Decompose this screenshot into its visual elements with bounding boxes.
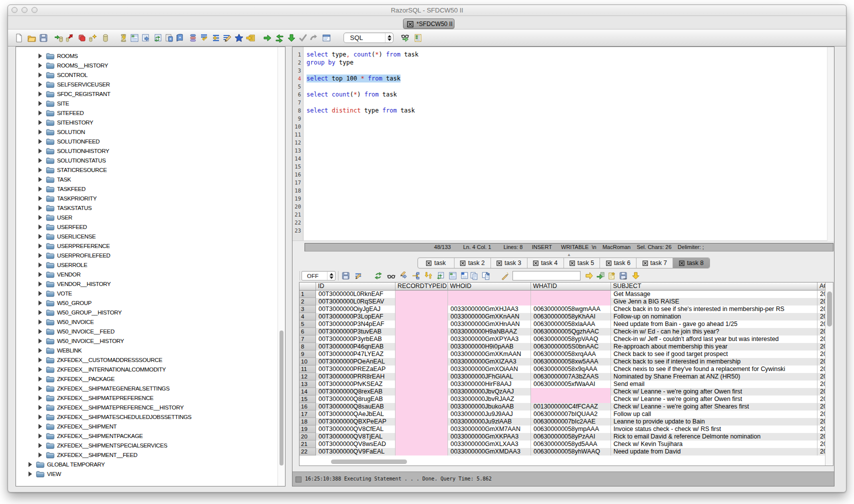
close-tab-icon[interactable] [642,260,648,266]
expand-triangle-icon[interactable] [38,206,42,210]
expand-triangle-icon[interactable] [38,329,42,334]
expand-triangle-icon[interactable] [38,443,42,448]
tree-item-userprofilefeed[interactable]: USERPROFILEFEED [38,250,110,260]
close-tab-icon[interactable] [533,260,538,266]
cell-recordtypeid[interactable] [396,380,448,388]
close-tab-icon[interactable] [679,260,684,266]
cell-ac[interactable]: 200 [818,396,826,403]
expand-triangle-icon[interactable] [38,82,42,87]
expand-triangle-icon[interactable] [38,148,42,154]
tree-item-taskpriority[interactable]: TASKPRIORITY [38,194,96,203]
cell-whatid[interactable]: 006300000058yPzAAI [531,433,611,440]
tree-item-vote[interactable]: VOTE [38,288,72,298]
expand-triangle-icon[interactable] [38,348,42,353]
tree-item-weblink[interactable]: WEBLINK [38,346,82,355]
cell-whatid[interactable]: 006300000058x9qAAA [531,366,611,373]
cell-subject[interactable]: Check w/ Leanne - we're going after Shea… [611,403,818,410]
expand-triangle-icon[interactable] [38,130,42,134]
tree-item-taskstatus[interactable]: TASKSTATUS [38,203,92,212]
column-header-rownum[interactable] [300,282,316,290]
expand-triangle-icon[interactable] [38,282,42,286]
row-number[interactable]: 18 [300,418,316,426]
cell-id[interactable]: 00T3000000P46qnEAB [316,343,396,350]
cell-recordtypeid[interactable] [396,320,448,328]
new-connection-icon[interactable] [88,34,97,42]
cell-whatid[interactable]: 00630000007bIQUAA2 [531,410,611,418]
grid-hscroll-thumb[interactable] [331,460,407,464]
row-number[interactable]: 1 [300,290,316,298]
tree-item-rooms[interactable]: ROOMS [38,51,78,60]
schema-list-icon[interactable] [414,34,422,42]
cell-subject[interactable]: Follow-up on nomination [611,313,818,320]
cell-whoid[interactable] [448,290,531,298]
cell-subject[interactable]: Check back to see if interested in membe… [611,358,818,366]
cell-ac[interactable]: 200 [818,320,826,328]
save-more-icon[interactable] [619,272,628,280]
result-tab-task-3[interactable]: task 3 [491,258,528,268]
cell-recordtypeid[interactable] [396,418,448,426]
cell-ac[interactable]: 200 [818,373,826,380]
row-number[interactable]: 16 [300,403,316,410]
insert-lines-icon[interactable] [212,34,220,42]
expand-triangle-icon[interactable] [38,177,42,182]
cell-id[interactable]: 00T3000000P3N4pEAF [316,320,396,328]
results-stack-icon[interactable] [188,34,198,42]
cell-id[interactable]: 00T3000000QV9FaEAL [316,448,396,456]
expand-triangle-icon[interactable] [38,396,42,400]
tree-item-taskfeed[interactable]: TASKFEED [38,184,86,194]
export-green-icon[interactable] [596,272,605,280]
switch-connection-icon[interactable] [275,34,284,42]
cell-recordtypeid[interactable] [396,448,448,456]
cell-whoid[interactable]: 0033000000H9i0pAAB [448,343,531,350]
edit-export-icon[interactable] [400,272,408,280]
row-number[interactable]: 6 [300,328,316,336]
splitter-expander-icon[interactable]: ▲ [567,254,572,256]
cell-subject[interactable]: Leanne to provide update to Bain [611,418,818,426]
paste-clipboard-icon[interactable] [164,34,174,42]
sort-arrows-icon[interactable] [424,272,432,280]
cell-ac[interactable]: 200 [818,403,826,410]
cell-id[interactable]: 00T3000000Q8rexEAB [316,388,396,396]
cell-subject[interactable]: Get Massage [611,290,818,298]
expand-triangle-icon[interactable] [38,310,42,315]
expand-triangle-icon[interactable] [38,139,42,144]
cell-whatid[interactable]: 00630000007A3bZAAS [531,373,611,380]
expand-triangle-icon[interactable] [38,186,42,192]
cell-whatid[interactable] [531,388,611,396]
column-header-recordtypeid[interactable]: RECORDTYPEID [396,282,448,290]
row-number[interactable]: 8 [300,343,316,350]
expand-triangle-icon[interactable] [28,462,32,467]
cell-ac[interactable]: 200 [818,380,826,388]
favorites-star-icon[interactable] [234,34,244,42]
expand-triangle-icon[interactable] [38,434,42,438]
documentation-book-icon[interactable] [176,34,184,42]
cell-whoid[interactable]: 0033000000GmXKmAAN [448,350,531,358]
cell-ac[interactable]: 200 [818,350,826,358]
result-tab-task[interactable]: task [418,258,454,268]
row-number[interactable]: 11 [300,366,316,373]
tree-item-solutionhistory[interactable]: SOLUTIONHISTORY [38,146,109,156]
row-number[interactable]: 14 [300,388,316,396]
cell-ac[interactable]: 200 [818,448,826,456]
cell-id[interactable]: 00T3000000QV8wsEAD [316,440,396,448]
panel-list-icon[interactable] [448,272,457,280]
result-tab-task-8[interactable]: task 8 [673,258,710,268]
cell-whatid[interactable]: 006300000058ympAAA [531,426,611,433]
cell-whatid[interactable] [531,298,611,306]
database-icon[interactable] [101,34,110,42]
cell-id[interactable]: 00T3000000L0RknEAF [316,290,396,298]
tree-item-global-temporary[interactable]: GLOBAL TEMPORARY [28,460,105,469]
cell-ac[interactable]: 200 [818,410,826,418]
expand-triangle-icon[interactable] [38,215,42,220]
expand-triangle-icon[interactable] [38,196,42,201]
editor-window-icon[interactable] [322,34,331,42]
row-number[interactable]: 5 [300,320,316,328]
row-number[interactable]: 10 [300,358,316,366]
close-tab-icon[interactable] [460,260,466,266]
insert-node-icon[interactable] [412,272,420,280]
expand-triangle-icon[interactable] [38,72,42,78]
expand-triangle-icon[interactable] [38,320,42,324]
tree-scroll-thumb[interactable] [280,330,284,466]
tree-item-sitehistory[interactable]: SITEHISTORY [38,118,93,127]
cell-recordtypeid[interactable] [396,343,448,350]
